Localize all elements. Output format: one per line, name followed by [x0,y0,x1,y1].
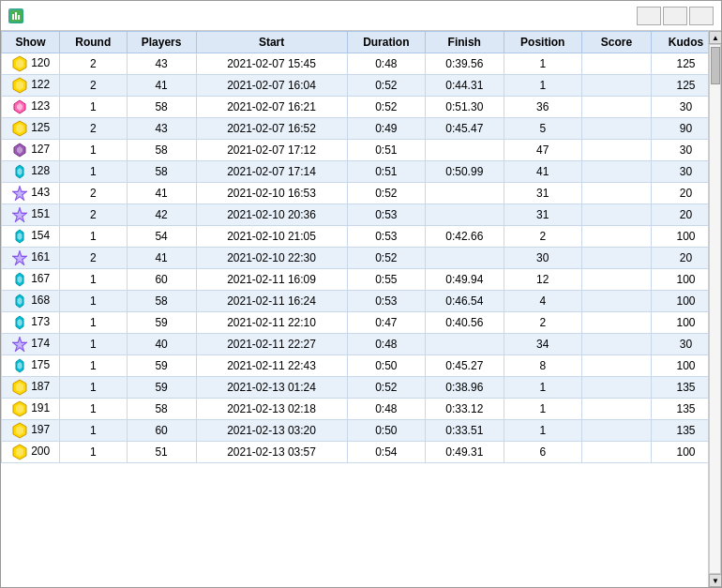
scroll-up-arrow[interactable]: ▲ [709,31,721,44]
cell-finish: 0:45.27 [426,355,504,377]
cell-players: 58 [127,291,196,312]
cell-finish: 0:46.54 [426,291,504,312]
table-row[interactable]: 1281582021-02-07 17:140:510:50.994130 [2,161,721,183]
cell-players: 41 [127,75,196,97]
cell-show: 143 [2,183,60,204]
col-header-start[interactable]: Start [196,32,347,53]
cell-duration: 0:52 [347,75,425,97]
table-row[interactable]: 2001512021-02-13 03:570:540:49.316100 [2,442,721,463]
cell-players: 41 [127,248,196,269]
cell-round: 1 [60,291,128,312]
cell-round: 2 [60,118,128,140]
cell-start: 2021-02-13 02:18 [196,399,347,420]
stats-table: Show Round Players Start Duration Finish… [1,31,721,463]
cell-position: 34 [504,334,581,355]
col-header-show[interactable]: Show [2,32,60,53]
cell-score [582,377,652,399]
cell-round: 1 [60,269,128,291]
scroll-track[interactable] [709,44,721,574]
cell-start: 2021-02-10 22:30 [196,248,347,269]
cell-position: 36 [504,97,581,118]
col-header-round[interactable]: Round [60,32,128,53]
cell-duration: 0:54 [347,442,425,463]
table-row[interactable]: 1751592021-02-11 22:430:500:45.278100 [2,355,721,377]
table-row[interactable]: 1741402021-02-11 22:270:483430 [2,334,721,355]
table-row[interactable]: 1271582021-02-07 17:120:514730 [2,140,721,161]
cell-duration: 0:53 [347,291,425,312]
cell-duration: 0:51 [347,140,425,161]
cell-start: 2021-02-07 17:14 [196,161,347,183]
cell-score [582,442,652,463]
table-row[interactable]: 1512422021-02-10 20:360:533120 [2,204,721,226]
maximize-button[interactable] [663,7,687,25]
cell-duration: 0:52 [347,97,425,118]
table-row[interactable]: 1252432021-02-07 16:520:490:45.47590 [2,118,721,140]
cell-duration: 0:49 [347,118,425,140]
table-row[interactable]: 1871592021-02-13 01:240:520:38.961135 [2,377,721,399]
col-header-position[interactable]: Position [504,32,581,53]
cell-show: 127 [2,140,60,161]
col-header-finish[interactable]: Finish [426,32,504,53]
cell-finish [426,334,504,355]
table-row[interactable]: 1612412021-02-10 22:300:523020 [2,248,721,269]
cell-start: 2021-02-07 15:45 [196,53,347,75]
vertical-scrollbar[interactable]: ▲ ▼ [708,31,721,587]
cell-score [582,226,652,248]
table-header-row: Show Round Players Start Duration Finish… [2,32,721,53]
table-row[interactable]: 1541542021-02-10 21:050:530:42.662100 [2,226,721,248]
cell-position: 30 [504,248,581,269]
cell-finish: 0:40.56 [426,312,504,334]
cell-position: 6 [504,442,581,463]
close-button[interactable] [689,7,714,25]
cell-finish: 0:33.51 [426,420,504,442]
table-row[interactable]: 1911582021-02-13 02:180:480:33.121135 [2,399,721,420]
cell-score [582,291,652,312]
minimize-button[interactable] [637,7,661,25]
cell-players: 58 [127,399,196,420]
col-header-duration[interactable]: Duration [347,32,425,53]
cell-players: 60 [127,269,196,291]
cell-duration: 0:50 [347,420,425,442]
cell-show: 154 [2,226,60,248]
cell-finish: 0:51.30 [426,97,504,118]
cell-players: 43 [127,53,196,75]
cell-start: 2021-02-11 22:10 [196,312,347,334]
cell-duration: 0:52 [347,248,425,269]
cell-duration: 0:48 [347,399,425,420]
scroll-down-arrow[interactable]: ▼ [709,574,721,587]
cell-finish: 0:44.31 [426,75,504,97]
cell-duration: 0:53 [347,226,425,248]
table-row[interactable]: 1731592021-02-11 22:100:470:40.562100 [2,312,721,334]
cell-duration: 0:52 [347,183,425,204]
cell-start: 2021-02-07 17:12 [196,140,347,161]
cell-finish: 0:49.94 [426,269,504,291]
cell-score [582,204,652,226]
cell-start: 2021-02-10 16:53 [196,183,347,204]
cell-round: 2 [60,53,128,75]
cell-show: 122 [2,75,60,97]
cell-finish [426,140,504,161]
table-row[interactable]: 1971602021-02-13 03:200:500:33.511135 [2,420,721,442]
cell-position: 41 [504,161,581,183]
cell-position: 5 [504,118,581,140]
cell-show: 173 [2,312,60,334]
cell-duration: 0:48 [347,334,425,355]
table-row[interactable]: 1681582021-02-11 16:240:530:46.544100 [2,291,721,312]
col-header-score[interactable]: Score [582,32,652,53]
col-header-players[interactable]: Players [127,32,196,53]
table-row[interactable]: 1222412021-02-07 16:040:520:44.311125 [2,75,721,97]
cell-round: 1 [60,140,128,161]
cell-players: 43 [127,118,196,140]
cell-duration: 0:47 [347,312,425,334]
app-icon [8,8,23,23]
cell-show: 191 [2,399,60,420]
table-row[interactable]: 1231582021-02-07 16:210:520:51.303630 [2,97,721,118]
cell-score [582,118,652,140]
table-row[interactable]: 1432412021-02-10 16:530:523120 [2,183,721,204]
scroll-thumb[interactable] [711,47,720,84]
cell-position: 47 [504,140,581,161]
cell-start: 2021-02-07 16:04 [196,75,347,97]
table-row[interactable]: 1202432021-02-07 15:450:480:39.561125 [2,53,721,75]
table-row[interactable]: 1671602021-02-11 16:090:550:49.9412100 [2,269,721,291]
cell-finish: 0:42.66 [426,226,504,248]
